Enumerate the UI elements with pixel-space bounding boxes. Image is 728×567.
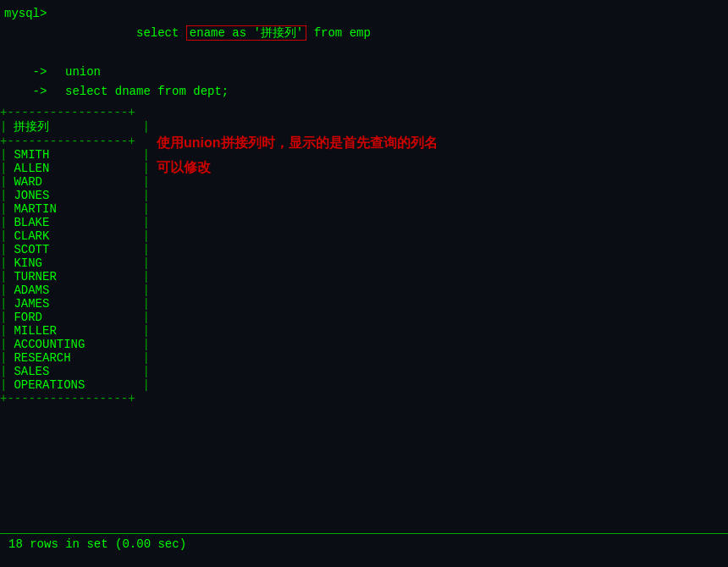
terminal-window: mysql> select ename as '拼接列' from emp ->…: [0, 0, 728, 567]
table-row: |KING|: [0, 256, 728, 270]
table-row: |BLAKE|: [0, 216, 728, 229]
row-count-text: 18 rows in set (0.00 sec): [8, 537, 186, 551]
table-top-border: +-----------------+: [0, 106, 728, 119]
table-bottom-border: +-----------------+: [0, 392, 728, 405]
table-row: |JAMES|: [0, 297, 728, 311]
table-row: |RESEARCH|: [0, 351, 728, 365]
annotation-block: 使用union拼接列时，显示的是首先查询的列名 可以修改: [157, 131, 438, 180]
table-row: |CLARK|: [0, 229, 728, 243]
column-header: 拼接列: [7, 119, 134, 135]
sql-lines: mysql> select ename as '拼接列' from emp ->…: [4, 4, 371, 102]
table-row: |ADAMS|: [0, 284, 728, 297]
result-footer: 18 rows in set (0.00 sec): [0, 533, 728, 554]
table-border-left: |: [0, 120, 7, 134]
table-row: |FORD|: [0, 311, 728, 324]
table-row: |OPERATIONS|: [0, 378, 728, 392]
table-row: |ACCOUNTING|: [0, 338, 728, 351]
table-border-right: |: [134, 120, 149, 134]
table-body: |SMITH||ALLEN||WARD||JONES||MARTIN||BLAK…: [0, 148, 728, 392]
table-row: |MILLER|: [0, 324, 728, 338]
sql-select2: select dname from dept;: [65, 82, 229, 102]
arrow-prompt-1: ->: [4, 63, 65, 82]
sql-body: select ename as '拼接列' from emp: [65, 4, 371, 63]
table-row: |MARTIN|: [0, 202, 728, 216]
sql-from-clause: from emp: [306, 26, 371, 40]
table-row: |SCOTT|: [0, 243, 728, 256]
mysql-prompt: mysql>: [4, 4, 65, 24]
sql-select-keyword: select: [136, 26, 186, 40]
arrow-prompt-2: ->: [4, 82, 65, 102]
table-row: |SALES|: [0, 365, 728, 378]
table-row: |JONES|: [0, 189, 728, 202]
annotation-line-1: 使用union拼接列时，显示的是首先查询的列名: [157, 131, 438, 156]
ename-highlighted: ename as '拼接列': [186, 25, 306, 41]
table-row: |TURNER|: [0, 270, 728, 284]
sql-command-block: mysql> select ename as '拼接列' from emp ->…: [0, 0, 728, 106]
annotation-line-2: 可以修改: [157, 156, 438, 180]
sql-union: union: [65, 63, 101, 82]
